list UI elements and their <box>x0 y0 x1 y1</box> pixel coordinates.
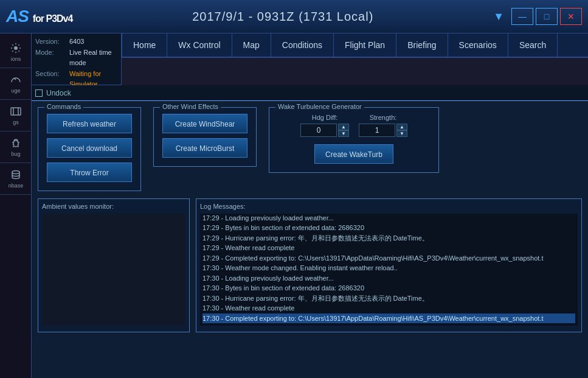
close-button[interactable]: ✕ <box>560 8 582 25</box>
sidebar-icon-gauge[interactable]: uge <box>0 68 32 100</box>
undock-box-icon <box>35 89 43 97</box>
version-value: 6403 <box>69 37 84 47</box>
log-messages[interactable]: 17:29 - Weather mode changed. Enabling i… <box>200 214 578 326</box>
svg-rect-1 <box>11 108 21 115</box>
hdg-diff-down-button[interactable]: ▼ <box>338 130 349 137</box>
sidebar-icon-map[interactable]: gs <box>0 100 32 131</box>
dropdown-arrow-icon: ▼ <box>493 10 504 23</box>
sidebar-label-ions: ions <box>11 56 21 62</box>
strength-down-button[interactable]: ▼ <box>396 130 407 137</box>
nav-item-wx-control[interactable]: Wx Control <box>167 33 232 57</box>
create-waketurb-button[interactable]: Create WakeTurb <box>314 144 393 164</box>
throw-error-button[interactable]: Throw Error <box>47 163 132 182</box>
log-line: 17:29 - Bytes in bin section of extended… <box>202 223 575 233</box>
minimize-button[interactable]: — <box>511 8 533 25</box>
ambient-title: Ambient values monitor: <box>42 203 185 210</box>
wake-controls: Hdg Diff: ▲ ▼ Strength: ▲ <box>278 114 430 137</box>
log-line: 17:30 - Weather read complete <box>202 303 575 313</box>
bottom-section: Ambient values monitor: Log Messages: 17… <box>38 198 582 332</box>
version-row: Version:6403 <box>35 37 117 47</box>
wind-effects-group: Other Wind Effects Create WindShear Crea… <box>153 107 257 167</box>
create-microburst-button[interactable]: Create MicroBurst <box>162 138 247 158</box>
version-panel: Version:6403Mode:Live Real time modeSect… <box>32 33 122 85</box>
strength-label: Strength: <box>370 114 397 121</box>
svg-point-3 <box>12 171 19 174</box>
ambient-panel: Ambient values monitor: <box>38 198 190 332</box>
cancel-download-button[interactable]: Cancel download <box>47 138 132 158</box>
nav-item-flight-plan[interactable]: Flight Plan <box>334 33 396 57</box>
hdg-diff-field[interactable] <box>300 124 337 137</box>
nav-item-map[interactable]: Map <box>232 33 271 57</box>
app-logo-suffix: for P3Dv4 <box>33 13 73 24</box>
hdg-diff-spinner-group: Hdg Diff: ▲ ▼ <box>300 114 349 137</box>
wind-effects-group-title: Other Wind Effects <box>160 103 221 110</box>
create-windshear-button[interactable]: Create WindShear <box>162 114 247 133</box>
version-label: Version: <box>35 37 67 47</box>
sidebar-icon-gear[interactable]: ions <box>0 37 32 68</box>
app-logo: AS for P3Dv4 <box>6 7 72 26</box>
nav-item-home[interactable]: Home <box>122 33 167 57</box>
version-row: Mode:Live Real time mode <box>35 47 117 69</box>
undock-bar: Undock <box>32 85 588 101</box>
strength-input: ▲ ▼ <box>359 124 407 137</box>
nav-item-conditions[interactable]: Conditions <box>271 33 334 57</box>
sidebar-label-nbase: nbase <box>9 183 24 189</box>
log-line: 17:30 - Loading previously loaded weathe… <box>202 273 575 284</box>
ambient-canvas <box>42 214 185 326</box>
log-line: 17:30 - Weather mode changed. Enabling i… <box>202 263 575 273</box>
strength-field[interactable] <box>359 124 395 137</box>
commands-group-title: Commands <box>44 103 83 110</box>
svg-point-2 <box>13 141 18 147</box>
hdg-diff-input: ▲ ▼ <box>300 124 349 137</box>
log-line: 17:29 - Hurricane parsing error: 年、月和日参数… <box>202 233 575 243</box>
main-content: Commands Refresh weather Cancel download… <box>32 101 588 378</box>
nav-item-briefing[interactable]: Briefing <box>396 33 448 57</box>
log-line: 17:29 - Loading previously loaded weathe… <box>202 214 575 223</box>
log-line: 17:30 - Hurricane parsing error: 年、月和日参数… <box>202 293 575 304</box>
hdg-diff-arrows: ▲ ▼ <box>338 124 349 137</box>
svg-point-0 <box>14 46 18 50</box>
wake-turbulence-group-title: Wake Turbulence Generator <box>275 103 364 110</box>
sidebar: ions uge gs bug nbase <box>0 33 32 378</box>
version-label: Mode: <box>35 47 67 69</box>
strength-arrows: ▲ ▼ <box>396 124 407 137</box>
sidebar-label-gs: gs <box>13 119 19 125</box>
maximize-button[interactable]: □ <box>536 8 558 25</box>
hdg-diff-up-button[interactable]: ▲ <box>338 124 349 130</box>
sidebar-icon-bug[interactable]: bug <box>0 131 32 163</box>
app-title: 2017/9/1 - 0931Z (1731 Local) <box>192 10 373 24</box>
log-title: Log Messages: <box>200 203 578 210</box>
log-line: 17:30 - Completed exporting to: C:\Users… <box>202 313 575 324</box>
log-line: 17:30 - Bytes in bin section of extended… <box>202 283 575 293</box>
strength-spinner-group: Strength: ▲ ▼ <box>359 114 407 137</box>
strength-up-button[interactable]: ▲ <box>396 124 407 130</box>
sidebar-label-bug: bug <box>11 151 20 157</box>
window-controls: ▼ — □ ✕ <box>493 8 582 25</box>
log-line: 17:29 - Weather read complete <box>202 243 575 253</box>
nav-item-scenarios[interactable]: Scenarios <box>448 33 508 57</box>
sidebar-icon-database[interactable]: nbase <box>0 163 32 195</box>
commands-group: Commands Refresh weather Cancel download… <box>38 107 141 191</box>
title-bar: AS for P3Dv4 2017/9/1 - 0931Z (1731 Loca… <box>0 0 588 33</box>
version-value: Live Real time mode <box>69 47 117 69</box>
log-panel: Log Messages: 17:29 - Weather mode chang… <box>196 198 582 332</box>
refresh-weather-button[interactable]: Refresh weather <box>47 114 132 133</box>
nav-item-search[interactable]: Search <box>508 33 558 57</box>
sidebar-label-gauge: uge <box>11 88 20 94</box>
log-line: 17:29 - Completed exporting to: C:\Users… <box>202 253 575 264</box>
undock-label[interactable]: Undock <box>46 89 71 97</box>
wake-turbulence-group: Wake Turbulence Generator Hdg Diff: ▲ ▼ … <box>269 107 439 173</box>
hdg-diff-label: Hdg Diff: <box>312 114 338 121</box>
